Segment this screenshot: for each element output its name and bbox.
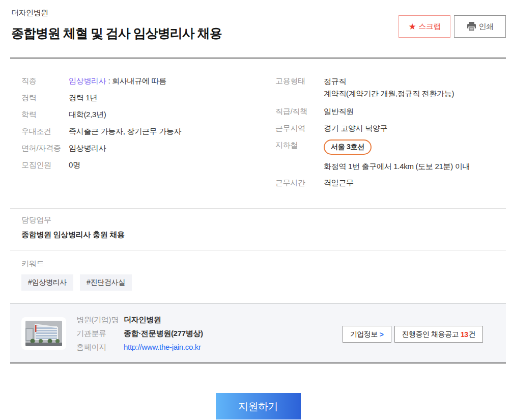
- company-type-label: 기관분류: [76, 326, 124, 340]
- company-type-value: 종합·전문병원(277병상): [124, 326, 203, 340]
- info-label: 학력: [21, 109, 69, 120]
- info-label: 직급/직책: [275, 106, 324, 117]
- company-thumbnail: [21, 317, 66, 350]
- chevron-right-icon: >: [380, 330, 384, 339]
- info-label: 경력: [21, 92, 69, 103]
- keyword-tag[interactable]: #임상병리사: [21, 274, 73, 291]
- scrap-button-label: 스크랩: [418, 22, 441, 32]
- info-value: 경기 고양시 덕양구: [324, 123, 387, 133]
- info-value: 대학(2,3년): [69, 109, 106, 120]
- hospital-building-image: [25, 321, 62, 346]
- info-row-hours: 근무시간 격일근무: [275, 177, 506, 188]
- info-value: 즉시출근 가능자, 장기근무 가능자: [69, 126, 181, 136]
- info-row-subway: 지하철 서울 3호선 화정역 1번 출구에서 1.4km (도보 21분) 이내: [275, 139, 506, 172]
- info-label: 지하철: [275, 139, 324, 172]
- company-name-row: 병원(기업)명 더자인병원: [76, 313, 203, 326]
- header-actions: ★ 스크랩 인쇄: [399, 15, 506, 38]
- job-info-left-column: 직종 임상병리사 : 회사내규에 따름 경력 경력 1년 학력 대학(2,3년)…: [21, 75, 264, 194]
- info-row-position: 직급/직책 일반직원: [275, 106, 506, 117]
- print-button[interactable]: 인쇄: [454, 15, 506, 38]
- info-row-education: 학력 대학(2,3년): [21, 109, 264, 120]
- info-row-headcount: 모집인원 0명: [21, 159, 264, 170]
- info-label: 우대조건: [21, 126, 69, 136]
- info-row-license: 면허/자격증 임상병리사: [21, 143, 264, 153]
- company-band-buttons: 기업정보 > 진행중인 채용공고 13 건: [343, 326, 483, 343]
- scrap-button[interactable]: ★ 스크랩: [399, 15, 450, 38]
- company-type-row: 기관분류 종합·전문병원(277병상): [76, 326, 203, 340]
- job-info-right-column: 고용형태 정규직 계약직(계약기간 개월,정규직 전환가능) 직급/직책 일반직…: [264, 75, 506, 194]
- info-value: 격일근무: [324, 177, 354, 188]
- employment-line2: 계약직(계약기간 개월,정규직 전환가능): [324, 89, 454, 98]
- info-label: 근무지역: [275, 123, 324, 133]
- info-value: 경력 1년: [69, 92, 97, 103]
- subway-detail: 화정역 1번 출구에서 1.4km (도보 21분) 이내: [324, 161, 470, 172]
- duty-value: 종합병원 임상병리사 충원 채용: [21, 230, 506, 240]
- info-row-jobtype: 직종 임상병리사 : 회사내규에 따름: [21, 75, 264, 86]
- info-label: 모집인원: [21, 159, 69, 170]
- info-label: 고용형태: [275, 75, 324, 100]
- jobtype-rest: : 회사내규에 따름: [106, 76, 166, 85]
- info-label: 면허/자격증: [21, 143, 69, 153]
- company-info-band: 병원(기업)명 더자인병원 기관분류 종합·전문병원(277병상) 홈페이지 h…: [10, 303, 506, 363]
- active-jobs-button[interactable]: 진행중인 채용공고 13 건: [394, 326, 483, 343]
- info-value: 0명: [69, 159, 80, 170]
- company-homepage-row: 홈페이지 http://www.the-jain.co.kr: [76, 340, 203, 354]
- subway-line-badge: 서울 3호선: [324, 139, 372, 155]
- info-value: 임상병리사: [69, 143, 106, 153]
- employment-line1: 정규직: [324, 77, 346, 86]
- keywords-label: 키워드: [21, 259, 506, 269]
- star-icon: ★: [408, 22, 416, 31]
- keywords-section: 키워드 #임상병리사 #진단검사실: [10, 250, 506, 303]
- company-info-button[interactable]: 기업정보 >: [343, 326, 391, 343]
- company-detail-rows: 병원(기업)명 더자인병원 기관분류 종합·전문병원(277병상) 홈페이지 h…: [76, 313, 203, 354]
- apply-button[interactable]: 지원하기: [216, 393, 301, 419]
- info-row-career: 경력 경력 1년: [21, 92, 264, 103]
- apply-area: 지원하기: [10, 363, 506, 419]
- jobtype-link[interactable]: 임상병리사: [69, 76, 106, 85]
- info-label: 직종: [21, 75, 69, 86]
- printer-icon: [467, 22, 476, 31]
- info-value: 일반직원: [324, 106, 354, 117]
- info-value: 서울 3호선 화정역 1번 출구에서 1.4km (도보 21분) 이내: [324, 139, 470, 172]
- info-value: 정규직 계약직(계약기간 개월,정규직 전환가능): [324, 75, 454, 100]
- company-name-label: 병원(기업)명: [76, 313, 124, 326]
- company-homepage-link[interactable]: http://www.the-jain.co.kr: [124, 340, 201, 354]
- duty-label: 담당업무: [21, 215, 506, 225]
- company-homepage-label: 홈페이지: [76, 340, 124, 354]
- keyword-tag[interactable]: #진단검사실: [80, 274, 132, 291]
- company-name-value: 더자인병원: [124, 313, 161, 326]
- info-row-employment: 고용형태 정규직 계약직(계약기간 개월,정규직 전환가능): [275, 75, 506, 100]
- info-row-region: 근무지역 경기 고양시 덕양구: [275, 123, 506, 133]
- keyword-tag-list: #임상병리사 #진단검사실: [21, 274, 506, 291]
- print-button-label: 인쇄: [479, 22, 494, 32]
- header: 더자인병원 종합병원 체혈 및 검사 임상병리사 채용 ★ 스크랩 인쇄: [10, 0, 506, 58]
- job-info-section: 직종 임상병리사 : 회사내규에 따름 경력 경력 1년 학력 대학(2,3년)…: [10, 59, 506, 208]
- duty-section: 담당업무 종합병원 임상병리사 충원 채용: [10, 209, 506, 250]
- active-jobs-button-label: 진행중인 채용공고: [402, 330, 459, 339]
- active-jobs-suffix: 건: [469, 330, 476, 339]
- company-info-button-label: 기업정보: [350, 330, 378, 339]
- info-row-preference: 우대조건 즉시출근 가능자, 장기근무 가능자: [21, 126, 264, 136]
- info-label: 근무시간: [275, 177, 324, 188]
- active-jobs-count: 13: [461, 330, 468, 339]
- info-value: 임상병리사 : 회사내규에 따름: [69, 75, 166, 86]
